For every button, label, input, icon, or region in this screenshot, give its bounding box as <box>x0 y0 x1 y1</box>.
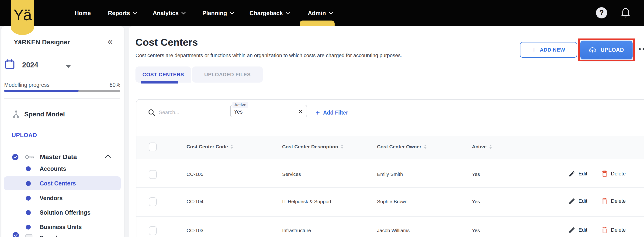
nav-label: Admin <box>308 10 326 16</box>
edit-label: Edit <box>578 198 587 204</box>
select-all-checkbox[interactable] <box>149 142 157 152</box>
sidebar-item-label: Accounts <box>40 166 66 172</box>
notifications-bell-icon[interactable] <box>620 7 631 18</box>
column-label: Cost Center Description <box>282 144 338 150</box>
bullet-dot-icon <box>26 225 31 230</box>
sidebar-item-partial[interactable]: Spend <box>40 235 57 237</box>
trash-icon <box>601 226 608 234</box>
progress-value: 80% <box>99 82 120 88</box>
brand-logo-text: Yä <box>14 6 32 24</box>
sidebar-item-label: Vendors <box>40 195 63 202</box>
sidebar-item-business-units[interactable]: Business Units <box>4 220 121 234</box>
delete-button[interactable]: Delete <box>601 226 626 234</box>
progress-bar-fill <box>4 90 78 92</box>
check-circle-icon <box>12 154 18 160</box>
nav-item-reports[interactable]: Reports <box>108 0 137 26</box>
column-label: Active <box>472 144 486 150</box>
search-input[interactable] <box>159 110 220 116</box>
app-screen: Home Reports Analytics Planning Chargeba… <box>0 0 644 237</box>
chevron-down-icon <box>329 12 333 14</box>
pencil-icon <box>568 170 576 177</box>
sidebar-section-spend-model[interactable]: Spend Model <box>12 110 65 119</box>
help-icon[interactable]: ? <box>596 7 607 18</box>
sidebar-item-solution-offerings[interactable]: Solution Offerings <box>4 206 121 220</box>
divider <box>4 98 120 99</box>
sidebar-item-label: Solution Offerings <box>40 209 90 216</box>
delete-label: Delete <box>611 171 626 177</box>
master-data-label: Master Data <box>40 153 77 161</box>
cell-active: Yes <box>472 172 480 177</box>
spend-model-label: Spend Model <box>24 110 65 118</box>
nav-label: Planning <box>202 10 227 16</box>
column-header-owner[interactable]: Cost Center Owner <box>377 144 427 150</box>
sidebar-collapse-icon[interactable]: « <box>108 36 112 47</box>
row-checkbox[interactable] <box>149 226 157 235</box>
add-new-label: ADD NEW <box>540 47 565 53</box>
pencil-icon <box>568 226 576 234</box>
plus-icon: + <box>316 108 320 117</box>
bullet-dot-icon <box>26 210 31 215</box>
add-new-button[interactable]: + ADD NEW <box>520 42 577 58</box>
nav-label: Analytics <box>153 10 178 16</box>
nav-item-planning[interactable]: Planning <box>202 0 234 26</box>
tab-label: UPLOADED FILES <box>204 72 251 78</box>
sidebar-item-cost-centers[interactable]: Cost Centers <box>4 176 121 190</box>
nav-item-analytics[interactable]: Analytics <box>153 0 186 26</box>
column-header-active[interactable]: Active <box>472 144 492 150</box>
cell-owner: Jacob Williams <box>377 228 410 233</box>
column-label: Cost Center Code <box>186 144 228 150</box>
cell-description: Services <box>282 172 301 177</box>
search-box <box>148 108 220 116</box>
page-title: Cost Centers <box>136 36 198 48</box>
chevron-down-icon <box>182 12 186 14</box>
upload-button[interactable]: UPLOAD <box>580 40 632 59</box>
sidebar-item-label: Cost Centers <box>40 180 76 187</box>
bullet-dot-icon <box>26 181 31 186</box>
year-selector[interactable]: 2024 <box>22 61 38 69</box>
search-icon <box>148 108 156 116</box>
row-checkbox[interactable] <box>149 197 157 206</box>
column-header-code[interactable]: Cost Center Code <box>186 144 234 150</box>
chevron-up-icon[interactable] <box>105 154 111 158</box>
row-divider <box>136 187 644 188</box>
edit-button[interactable]: Edit <box>568 170 587 177</box>
page-description: Cost centers are departments or function… <box>136 52 402 58</box>
year-caret-icon[interactable] <box>66 65 71 68</box>
delete-button[interactable]: Delete <box>601 170 626 177</box>
cell-description: Infrastructure <box>282 228 311 233</box>
cell-active: Yes <box>472 228 480 233</box>
brand-logo[interactable]: Yä <box>11 0 34 35</box>
bullet-dot-icon <box>26 196 31 200</box>
nav-label: Reports <box>108 10 130 16</box>
row-checkbox[interactable] <box>149 170 157 179</box>
edit-button[interactable]: Edit <box>568 198 587 204</box>
tab-label: COST CENTERS <box>142 72 184 78</box>
delete-label: Delete <box>611 227 626 233</box>
key-icon <box>25 154 35 160</box>
more-options-icon[interactable] <box>639 48 644 50</box>
chevron-down-icon <box>133 12 137 14</box>
cell-description: IT Helpdesk & Support <box>282 199 331 204</box>
column-header-description[interactable]: Cost Center Description <box>282 144 344 150</box>
active-filter-label: Active <box>232 102 248 108</box>
sidebar: YäRKEN Designer « 2024 Modelling progres… <box>2 26 124 237</box>
clear-filter-icon[interactable]: ✕ <box>298 108 303 115</box>
sidebar-item-vendors[interactable]: Vendors <box>4 191 121 205</box>
cell-code: CC-105 <box>186 172 203 177</box>
column-label: Cost Center Owner <box>377 144 421 150</box>
edit-label: Edit <box>578 171 587 177</box>
add-filter-button[interactable]: + Add Filter <box>316 108 348 117</box>
nav-label: Home <box>74 10 91 16</box>
sidebar-upload-link[interactable]: UPLOAD <box>12 132 37 138</box>
pencil-icon <box>568 198 576 204</box>
tab-uploaded-files[interactable]: UPLOADED FILES <box>192 66 263 82</box>
sidebar-item-label: Business Units <box>40 224 82 230</box>
nav-item-home[interactable]: Home <box>74 0 91 26</box>
cell-code: CC-103 <box>186 228 203 233</box>
delete-button[interactable]: Delete <box>601 198 626 204</box>
nav-item-chargeback[interactable]: Chargeback <box>250 0 290 26</box>
sidebar-item-accounts[interactable]: Accounts <box>4 162 121 176</box>
edit-button[interactable]: Edit <box>568 226 587 234</box>
tab-cost-centers[interactable]: COST CENTERS <box>136 66 191 82</box>
active-filter-chip[interactable]: Active Yes ✕ <box>230 102 307 117</box>
